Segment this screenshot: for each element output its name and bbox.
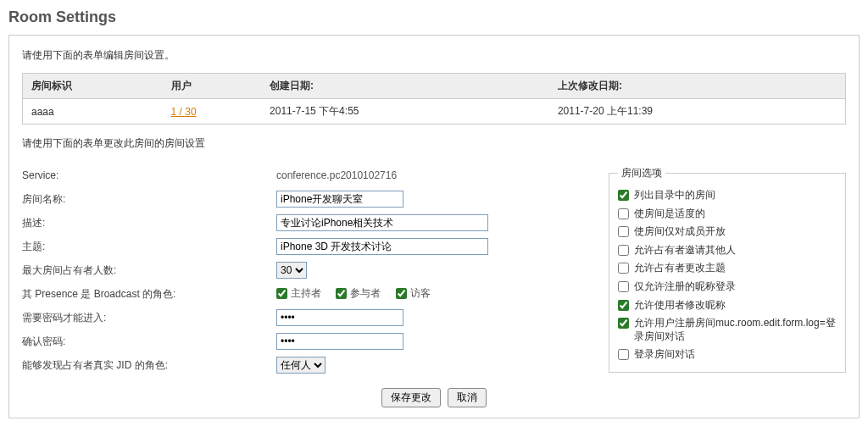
page-title: Room Settings — [8, 8, 860, 26]
option-row-6[interactable]: 允许使用者修改昵称 — [618, 299, 837, 313]
row-room-name: 房间名称: — [22, 190, 592, 208]
option-label-2: 使房间仅对成员开放 — [634, 225, 726, 239]
chk-visitor[interactable] — [396, 288, 407, 299]
select-max-occupants[interactable]: 30 — [276, 262, 307, 279]
form-area: Service: conference.pc2010102716 房间名称: 描… — [22, 166, 846, 379]
button-row: 保存更改 取消 — [22, 388, 846, 407]
option-checkbox-4[interactable] — [618, 263, 629, 274]
option-row-5[interactable]: 仅允许注册的昵称登录 — [618, 280, 837, 294]
main-container: 请使用下面的表单编辑房间设置。 房间标识 用户 创建日期: 上次修改日期: aa… — [8, 35, 860, 418]
th-user: 用户 — [163, 74, 262, 99]
option-row-7[interactable]: 允许用户注册房间muc.room.edit.form.log=登录房间对话 — [618, 317, 837, 343]
td-created: 2011-7-15 下午4:55 — [261, 99, 549, 125]
chk-host-label: 主持者 — [291, 286, 321, 301]
option-label-7: 允许用户注册房间muc.room.edit.form.log=登录房间对话 — [634, 317, 837, 343]
input-password[interactable] — [276, 309, 403, 326]
option-row-3[interactable]: 允许占有者邀请其他人 — [618, 244, 837, 258]
chk-participant[interactable] — [336, 288, 347, 299]
input-confirm-password[interactable] — [276, 333, 403, 350]
option-checkbox-8[interactable] — [618, 349, 629, 360]
chk-host-wrap[interactable]: 主持者 — [276, 286, 321, 301]
option-row-1[interactable]: 使房间是适度的 — [618, 208, 837, 221]
option-row-0[interactable]: 列出目录中的房间 — [618, 189, 837, 202]
td-user: 1 / 30 — [163, 99, 262, 125]
option-label-8: 登录房间对话 — [634, 348, 695, 362]
form-right-column: 房间选项 列出目录中的房间使房间是适度的使房间仅对成员开放允许占有者邀请其他人允… — [609, 166, 846, 379]
chk-host[interactable] — [276, 288, 287, 299]
option-row-2[interactable]: 使房间仅对成员开放 — [618, 225, 837, 239]
label-room-name: 房间名称: — [22, 192, 276, 207]
input-desc[interactable] — [276, 214, 488, 231]
table-header-row: 房间标识 用户 创建日期: 上次修改日期: — [23, 74, 846, 99]
th-modified: 上次修改日期: — [549, 74, 846, 99]
label-max: 最大房间占有者人数: — [22, 263, 276, 278]
intro-text: 请使用下面的表单编辑房间设置。 — [22, 48, 846, 63]
option-row-4[interactable]: 允许占有者更改主题 — [618, 262, 837, 275]
cancel-button[interactable]: 取消 — [448, 388, 487, 407]
option-label-3: 允许占有者邀请其他人 — [634, 244, 736, 258]
label-jid: 能够发现占有者真实 JID 的角色: — [22, 358, 276, 373]
form-left-column: Service: conference.pc2010102716 房间名称: 描… — [22, 166, 592, 379]
label-presence: 其 Presence 是 Broadcast 的角色: — [22, 287, 276, 302]
option-label-0: 列出目录中的房间 — [634, 189, 715, 202]
label-confirm: 确认密码: — [22, 335, 276, 349]
td-room-id: aaaa — [23, 99, 163, 125]
option-checkbox-6[interactable] — [618, 300, 629, 311]
label-desc: 描述: — [22, 216, 276, 230]
option-checkbox-1[interactable] — [618, 208, 629, 219]
option-row-8[interactable]: 登录房间对话 — [618, 348, 837, 362]
row-presence: 其 Presence 是 Broadcast 的角色: 主持者 参与者 访客 — [22, 285, 592, 303]
room-options-legend: 房间选项 — [618, 166, 665, 180]
row-jid: 能够发现占有者真实 JID 的角色: 任何人 — [22, 356, 592, 374]
th-created: 创建日期: — [261, 74, 549, 99]
table-row: aaaa 1 / 30 2011-7-15 下午4:55 2011-7-20 上… — [23, 99, 846, 125]
chk-participant-wrap[interactable]: 参与者 — [336, 286, 381, 301]
sub-intro-text: 请使用下面的表单更改此房间的房间设置 — [22, 136, 846, 151]
input-topic[interactable] — [276, 238, 488, 255]
option-checkbox-0[interactable] — [618, 190, 629, 201]
row-service: Service: conference.pc2010102716 — [22, 166, 592, 185]
label-service: Service: — [22, 169, 276, 181]
row-confirm: 确认密码: — [22, 332, 592, 351]
row-topic: 主题: — [22, 237, 592, 256]
option-label-5: 仅允许注册的昵称登录 — [634, 280, 736, 294]
option-label-6: 允许使用者修改昵称 — [634, 299, 726, 313]
room-info-table: 房间标识 用户 创建日期: 上次修改日期: aaaa 1 / 30 2011-7… — [22, 73, 846, 125]
label-topic: 主题: — [22, 240, 276, 254]
select-jid-role[interactable]: 任何人 — [276, 357, 326, 374]
option-label-1: 使房间是适度的 — [634, 208, 705, 221]
save-button[interactable]: 保存更改 — [381, 388, 441, 407]
chk-visitor-wrap[interactable]: 访客 — [396, 286, 431, 301]
option-checkbox-2[interactable] — [618, 226, 629, 237]
chk-participant-label: 参与者 — [350, 286, 381, 301]
option-checkbox-5[interactable] — [618, 281, 629, 292]
option-checkbox-3[interactable] — [618, 245, 629, 256]
value-service: conference.pc2010102716 — [276, 169, 397, 181]
input-room-name[interactable] — [276, 191, 403, 208]
td-modified: 2011-7-20 上午11:39 — [549, 99, 846, 125]
option-checkbox-7[interactable] — [618, 318, 629, 329]
option-label-4: 允许占有者更改主题 — [634, 262, 726, 275]
row-desc: 描述: — [22, 213, 592, 232]
th-room-id: 房间标识 — [23, 74, 163, 99]
label-password: 需要密码才能进入: — [22, 311, 276, 325]
row-password: 需要密码才能进入: — [22, 308, 592, 327]
room-options-fieldset: 房间选项 列出目录中的房间使房间是适度的使房间仅对成员开放允许占有者邀请其他人允… — [609, 166, 846, 373]
chk-visitor-label: 访客 — [410, 286, 431, 301]
user-count-link[interactable]: 1 / 30 — [171, 106, 197, 118]
row-max: 最大房间占有者人数: 30 — [22, 261, 592, 280]
